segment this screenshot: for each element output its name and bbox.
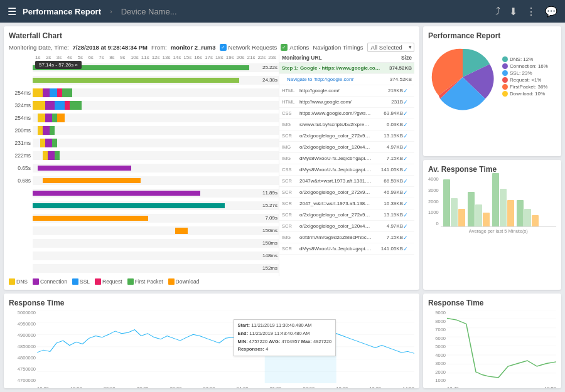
url-size: 66.59KB: [372, 178, 403, 184]
url-size: 6.03KB: [372, 122, 403, 127]
avg-response-chart-area: 4000 3000 2000 1000 0: [428, 176, 556, 234]
url-size: 141.05KB: [372, 246, 403, 252]
more-icon[interactable]: ⋮: [526, 6, 536, 18]
small-chart-svg: [447, 310, 556, 383]
bar-item: [492, 173, 499, 226]
url-text: o/2x/googlelogo_color_272x92dp.png: [299, 133, 372, 139]
waterfall-tooltip: 57.14s - 57.26s ×: [35, 61, 82, 69]
url-size: 374.52KB: [380, 77, 412, 82]
pie-legend: DNS: 12% Connection: 16% SSL: 23% Reques…: [502, 56, 548, 98]
download-icon[interactable]: ⬇: [509, 6, 517, 18]
url-step-row[interactable]: Step 1: Google - https://www.google.com.…: [279, 63, 414, 74]
url-text: dMys8WxooU-fx.Jeq/cb=gapi.loaded_0: [299, 156, 372, 161]
actions-toggle[interactable]: Actions: [281, 44, 309, 51]
url-size: 7.15KB: [372, 235, 403, 240]
pie-ssl-label: SSL: 23%: [510, 70, 532, 76]
url-size: 13.19KB: [372, 212, 403, 218]
url-size: 4.97KB: [372, 144, 403, 150]
hamburger-menu[interactable]: ☰: [8, 6, 16, 18]
topbar: ☰ Performance Report › Device Name... ⤴ …: [0, 0, 565, 23]
bar-item: [517, 200, 524, 226]
url-row[interactable]: SCR o/2x/googlelogo_color_272x92dp.png 4…: [279, 187, 414, 198]
perf-report-title: Performance Report: [428, 31, 556, 40]
url-row[interactable]: HTML http://www.google.com/ 231B ✓: [279, 97, 414, 108]
actions-checkbox[interactable]: [281, 44, 288, 51]
tooltip-avg: 4704957: [281, 339, 299, 344]
url-text: https://www.google.com/?gws_rd=ssl...: [299, 110, 372, 116]
line-chart-svg-area: Start: 11/21/2019 11:30:40.480 AM End: 1…: [37, 310, 414, 383]
pie-legend-download: Download: 10%: [502, 91, 548, 97]
url-row[interactable]: SCR 2047w&rt=wsrt.1973.aft.1381.prt.3964…: [279, 176, 414, 187]
url-row[interactable]: CSS https://www.google.com/?gws_rd=ssl..…: [279, 108, 414, 119]
url-row[interactable]: IMG o/2x/googlelogo_color_120x44do.png 4…: [279, 142, 414, 153]
url-size: 16.39KB: [372, 201, 403, 206]
legend-request: Request: [95, 278, 122, 285]
small-chart-xaxis: 13:40 19:50: [447, 386, 556, 388]
pie-legend-firstpacket: FirstPacket: 36%: [502, 84, 548, 90]
network-requests-checkbox[interactable]: [220, 44, 227, 51]
url-text: o/2x/googlelogo_color_272x92dp.png: [299, 212, 372, 218]
waterfall-title: Waterfall Chart: [9, 31, 414, 40]
download-color: [168, 278, 175, 285]
url-row[interactable]: HTML http://google.com/ 219KB ✓: [279, 85, 414, 97]
network-requests-toggle[interactable]: Network Requests: [220, 44, 277, 51]
legend-firstpacket-label: First Packet: [135, 278, 163, 285]
waterfall-panel: Waterfall Chart Monitoring Date, Time: 7…: [4, 26, 419, 290]
bar-item: [524, 209, 531, 226]
wf-row: 324ms: [9, 99, 279, 111]
wf-row: 222ms: [9, 149, 279, 161]
right-panels: Performance Report: [423, 26, 561, 290]
waterfall-legend: DNS Connection SSL Request First Packet …: [9, 278, 414, 285]
chart-tooltip: Start: 11/21/2019 11:30:40.480 AM End: 1…: [234, 319, 336, 356]
small-chart-area: 13:40 19:50: [447, 310, 556, 383]
waterfall-body: 1s2s3s4s5s6s7s8s9s10s11s12s13s14s15s16s1…: [9, 55, 414, 276]
url-row[interactable]: SCR o/2x/googlelogo_color_272x92dp.png 1…: [279, 130, 414, 142]
pie-legend-connection: Connection: 16%: [502, 63, 548, 69]
breadcrumb-sep: ›: [110, 8, 112, 15]
legend-request-label: Request: [102, 278, 122, 285]
url-row[interactable]: IMG dMys8WxooU-fx.Jeq/cb=gapi.loaded_0 7…: [279, 153, 414, 164]
response-time-right-title: Response Time: [428, 299, 556, 307]
url-row[interactable]: IMG s/www.tut.by/scripts/bv2/xpremius.js…: [279, 119, 414, 130]
all-selected-dropdown[interactable]: All Selected: [367, 43, 414, 52]
bar-item: [443, 179, 450, 226]
share-icon[interactable]: ⤴: [495, 6, 500, 17]
url-size: 13.19KB: [372, 133, 403, 139]
dns-color: [9, 278, 15, 285]
connection-color: [33, 278, 39, 285]
line-chart-yaxis: 5000000 4950000 4900000 4850000 4800000 …: [9, 310, 37, 383]
tooltip-start: 11/21/2019 11:30:40.480 AM: [251, 322, 311, 328]
legend-connection-label: Connection: [40, 278, 67, 285]
url-row[interactable]: CSS dMys8WxooU-fx.Jeq/cb=gapi.loaded_Ng …: [279, 164, 414, 176]
wf-row: 148ms: [9, 250, 279, 262]
pie-request-label: Request: <1%: [510, 77, 541, 83]
url-row[interactable]: SCR dMys8WxooU-fx.Jeq/cb=gapi.loaded_0 1…: [279, 243, 414, 255]
url-size: 219KB: [372, 88, 403, 93]
legend-connection: Connection: [33, 278, 67, 285]
legend-dns: DNS: [9, 278, 28, 285]
network-requests-label: Network Requests: [229, 44, 277, 51]
pie-legend-dns: DNS: 12%: [502, 56, 548, 62]
chat-icon[interactable]: 💬: [545, 6, 557, 18]
bar-item: [458, 209, 465, 226]
line-chart-line: [37, 328, 414, 354]
legend-download: Download: [168, 278, 200, 285]
url-row[interactable]: IMG o0f3rmAmrGg9d2oZl8BcPhbcbnzbNg 7.15K…: [279, 232, 414, 243]
bar-item: [507, 200, 514, 226]
small-chart-container: 9000 8000 7000 6000 5000 4000 3000 2000 …: [428, 310, 556, 383]
url-size: 4.97KB: [372, 223, 403, 229]
wf-row: 254ms: [9, 112, 279, 124]
url-row[interactable]: SCR 2047_w&rt=wsrt.1973.aft.1381.prt.396…: [279, 198, 414, 209]
waterfall-bars: 1s2s3s4s5s6s7s8s9s10s11s12s13s14s15s16s1…: [9, 55, 279, 276]
url-text: Navigate to 'http://google.com': [282, 77, 380, 82]
url-row[interactable]: SCR o/2x/googlelogo_color_272x92dp.png 1…: [279, 209, 414, 221]
url-text: o/2x/googlelogo_color_120x44do.png: [299, 223, 372, 229]
topbar-actions: ⤴ ⬇ ⋮ 💬: [495, 6, 557, 18]
url-row[interactable]: SCR o/2x/googlelogo_color_120x44do.png 4…: [279, 221, 414, 232]
wf-row: 24.38s: [9, 74, 279, 86]
url-text: 2047w&rt=wsrt.1973.aft.1381.prt.3964: [299, 178, 372, 184]
url-navigate-row[interactable]: Navigate to 'http://google.com' 374.52KB: [279, 74, 414, 85]
wf-row: 152ms: [9, 262, 279, 274]
legend-ssl-label: SSL: [80, 278, 90, 285]
tooltip-responses: 4: [266, 346, 268, 352]
